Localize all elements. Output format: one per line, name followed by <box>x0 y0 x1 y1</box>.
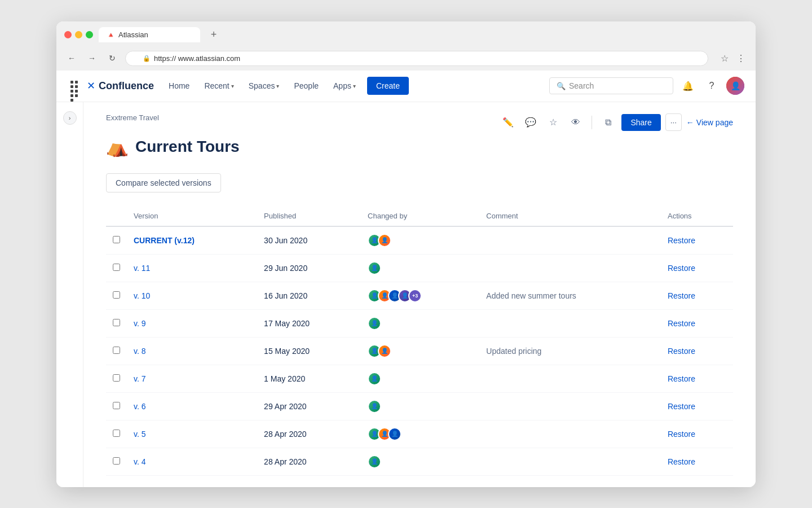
version-table: Version Published Changed by Comment Act… <box>106 206 733 476</box>
comment-button[interactable]: 💬 <box>522 113 540 132</box>
avatar-count: +3 <box>408 289 422 303</box>
table-row: CURRENT (v.12)30 Jun 2020👤👤Restore <box>106 226 733 255</box>
share-button[interactable]: Share <box>621 114 660 131</box>
restore-link[interactable]: Restore <box>668 319 695 328</box>
avatar-small: 👤 <box>378 344 391 358</box>
more-button[interactable]: ··· <box>665 113 682 131</box>
version-link[interactable]: v. 10 <box>134 291 150 300</box>
nav-people[interactable]: People <box>288 77 324 95</box>
copy-button[interactable]: ⧉ <box>599 113 617 132</box>
address-bar[interactable]: 🔒 https:// www.atlassian.com <box>125 51 708 66</box>
table-row: v. 428 Apr 2020👤Restore <box>106 448 733 475</box>
version-link[interactable]: v. 5 <box>134 430 146 439</box>
avatar-image: 👤 <box>726 77 744 95</box>
version-link[interactable]: v. 8 <box>134 347 146 356</box>
spaces-arrow: ▾ <box>276 83 279 89</box>
published-date: 30 Jun 2020 <box>257 226 361 255</box>
forward-button[interactable]: → <box>85 51 99 65</box>
row-checkbox[interactable] <box>113 291 120 299</box>
version-link[interactable]: v. 11 <box>134 264 150 273</box>
sidebar-toggle-area: › <box>56 102 83 487</box>
version-link[interactable]: v. 7 <box>134 374 146 383</box>
page-actions: ✏️ 💬 ☆ 👁 ⧉ Share ··· ← View page <box>499 113 733 132</box>
avatar-small: 👤 <box>368 455 381 468</box>
maximize-button[interactable] <box>86 31 93 38</box>
published-date: 15 May 2020 <box>257 337 361 365</box>
row-checkbox[interactable] <box>113 402 120 409</box>
row-checkbox[interactable] <box>113 347 120 354</box>
version-link[interactable]: CURRENT (v.12) <box>134 236 195 245</box>
nav-spaces[interactable]: Spaces ▾ <box>243 77 285 95</box>
restore-link[interactable]: Restore <box>668 430 695 439</box>
tab-label: Atlassian <box>118 30 148 39</box>
row-checkbox[interactable] <box>113 457 120 465</box>
search-box[interactable]: 🔍 Search <box>549 77 673 94</box>
compare-versions-button[interactable]: Compare selected versions <box>106 173 221 192</box>
watch-button[interactable]: 👁 <box>567 113 585 132</box>
avatars-group: 👤👤👤👤+3 <box>368 289 473 303</box>
nav-recent[interactable]: Recent ▾ <box>198 77 239 95</box>
notifications-button[interactable]: 🔔 <box>679 77 697 95</box>
confluence-logo[interactable]: ✕ Confluence <box>87 80 154 92</box>
view-page-link[interactable]: ← View page <box>686 118 733 127</box>
avatars-group: 👤 <box>368 372 473 386</box>
new-tab-button[interactable]: + <box>206 27 222 43</box>
published-date: 16 Jun 2020 <box>257 282 361 309</box>
restore-link[interactable]: Restore <box>668 291 695 300</box>
url-text: https:// www.atlassian.com <box>154 54 240 63</box>
avatar-small: 👤 <box>378 234 391 247</box>
restore-link[interactable]: Restore <box>668 374 695 383</box>
help-button[interactable]: ? <box>703 77 721 95</box>
avatars-group: 👤👤 <box>368 344 473 358</box>
sidebar-toggle-button[interactable]: › <box>63 111 77 125</box>
version-link[interactable]: v. 9 <box>134 319 146 328</box>
search-placeholder: Search <box>569 81 594 90</box>
row-checkbox[interactable] <box>113 236 120 243</box>
back-button[interactable]: ← <box>64 51 79 65</box>
grid-icon[interactable] <box>68 78 83 94</box>
restore-link[interactable]: Restore <box>668 347 695 356</box>
browser-tab[interactable]: 🔺 Atlassian <box>99 27 200 42</box>
published-date: 17 May 2020 <box>257 309 361 337</box>
page-title-area: ⛺ Current Tours <box>106 136 733 157</box>
comment-text <box>479 254 661 282</box>
comment-text <box>479 309 661 337</box>
lock-icon: 🔒 <box>143 55 151 62</box>
confluence-text: Confluence <box>99 80 154 92</box>
row-checkbox[interactable] <box>113 319 120 326</box>
table-row: v. 815 May 2020👤👤Updated pricingRestore <box>106 337 733 365</box>
row-checkbox[interactable] <box>113 374 120 382</box>
published-col-header: Published <box>257 206 361 226</box>
version-link[interactable]: v. 4 <box>134 457 146 466</box>
minimize-button[interactable] <box>75 31 82 38</box>
version-col-header: Version <box>127 206 257 226</box>
comment-text <box>479 392 661 420</box>
published-date: 28 Apr 2020 <box>257 420 361 448</box>
published-date: 29 Jun 2020 <box>257 254 361 282</box>
table-row: v. 528 Apr 2020👤👤👤Restore <box>106 420 733 448</box>
nav-apps[interactable]: Apps ▾ <box>328 77 361 95</box>
page-emoji: ⛺ <box>106 136 129 157</box>
restore-link[interactable]: Restore <box>668 264 695 273</box>
star-button[interactable]: ☆ <box>544 113 562 132</box>
row-checkbox[interactable] <box>113 430 120 437</box>
table-row: v. 1129 Jun 2020👤Restore <box>106 254 733 282</box>
breadcrumb: Exxtreme Travel <box>106 113 159 122</box>
avatars-group: 👤👤 <box>368 234 473 247</box>
refresh-button[interactable]: ↻ <box>105 51 120 65</box>
edit-button[interactable]: ✏️ <box>499 113 517 132</box>
nav-home[interactable]: Home <box>163 77 195 95</box>
restore-link[interactable]: Restore <box>668 236 695 245</box>
version-link[interactable]: v. 6 <box>134 402 146 411</box>
close-button[interactable] <box>64 31 72 38</box>
restore-link[interactable]: Restore <box>668 457 695 466</box>
restore-link[interactable]: Restore <box>668 402 695 411</box>
table-row: v. 629 Apr 2020👤Restore <box>106 392 733 420</box>
published-date: 1 May 2020 <box>257 365 361 392</box>
more-options-button[interactable]: ⋮ <box>734 51 748 66</box>
bookmark-button[interactable]: ☆ <box>718 51 731 66</box>
row-checkbox[interactable] <box>113 264 120 271</box>
user-avatar[interactable]: 👤 <box>726 77 744 95</box>
create-button[interactable]: Create <box>367 77 409 95</box>
comment-text: Updated pricing <box>479 337 661 365</box>
